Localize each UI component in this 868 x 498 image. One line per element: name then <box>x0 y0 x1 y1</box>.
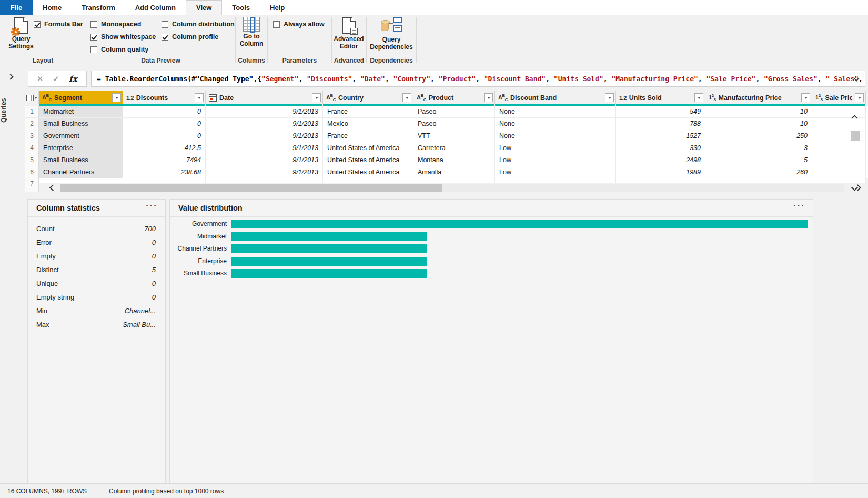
filter-dropdown-icon[interactable] <box>801 93 810 102</box>
cell-units-sold[interactable]: 1527 <box>616 130 705 142</box>
row-number[interactable]: 2 <box>25 118 39 130</box>
scroll-up-icon[interactable] <box>851 115 858 122</box>
filter-dropdown-icon[interactable] <box>402 93 411 102</box>
horizontal-scrollbar[interactable] <box>43 183 864 193</box>
panel-menu-icon[interactable]: ··· <box>146 201 158 211</box>
cell-date[interactable]: 9/1/2013 <box>206 106 323 118</box>
column-header-sale-price[interactable]: 123Sale Price <box>812 91 866 104</box>
tab-add-column[interactable]: Add Column <box>125 0 186 15</box>
cell-discounts[interactable]: 7494 <box>123 154 206 166</box>
queries-pane-label[interactable]: Queries <box>0 89 25 132</box>
cell-country[interactable]: United States of America <box>323 166 413 178</box>
column-header-manufacturing-price[interactable]: 123Manufacturing Price <box>705 91 812 104</box>
row-number[interactable]: 7 <box>25 178 39 192</box>
scroll-down-icon[interactable] <box>851 184 858 191</box>
cancel-formula-icon[interactable]: × <box>37 74 43 83</box>
tab-view[interactable]: View <box>186 0 222 15</box>
cell-date[interactable]: 9/1/2013 <box>206 166 323 178</box>
row-number[interactable]: 4 <box>25 142 39 154</box>
cell-manufacturing-price[interactable]: 3 <box>705 142 812 154</box>
tab-tools[interactable]: Tools <box>222 0 260 15</box>
cell-country[interactable]: France <box>323 130 413 142</box>
cell-date[interactable]: 9/1/2013 <box>206 130 323 142</box>
cell-date[interactable]: 9/1/2013 <box>206 118 323 130</box>
cell-date[interactable]: 9/1/2013 <box>206 142 323 154</box>
bar-midmarket[interactable] <box>231 232 427 241</box>
cell-discount-band[interactable]: None <box>495 106 616 118</box>
column-quality-checkbox[interactable]: Column quality <box>90 45 156 54</box>
cell-discounts[interactable]: 0 <box>123 106 206 118</box>
cell-country[interactable]: United States of America <box>323 142 413 154</box>
cell-units-sold[interactable]: 330 <box>616 142 705 154</box>
column-distribution-checkbox[interactable]: Column distribution <box>162 20 235 28</box>
query-dependencies-button[interactable]: Query Dependencies <box>373 17 410 51</box>
cell-units-sold[interactable]: 2498 <box>616 154 705 166</box>
filter-dropdown-icon[interactable] <box>112 93 121 102</box>
cell-discount-band[interactable]: Low <box>495 154 616 166</box>
hscroll-thumb[interactable] <box>60 184 442 192</box>
cell-product[interactable]: VTT <box>413 130 495 142</box>
expand-queries-icon[interactable] <box>7 74 13 79</box>
column-header-discounts[interactable]: 1.2Discounts <box>123 91 206 104</box>
vscroll-thumb[interactable] <box>851 131 860 141</box>
cell-discounts[interactable]: 0 <box>123 130 206 142</box>
cell-units-sold[interactable]: 549 <box>616 106 705 118</box>
cell-discount-band[interactable]: None <box>495 130 616 142</box>
cell-units-sold[interactable]: 788 <box>616 118 705 130</box>
column-header-discount-band[interactable]: ABCDiscount Band <box>495 91 616 104</box>
cell-manufacturing-price[interactable]: 10 <box>705 118 812 130</box>
show-whitespace-checkbox[interactable]: Show whitespace <box>90 33 156 41</box>
cell-product[interactable]: Paseo <box>413 106 495 118</box>
column-header-segment[interactable]: ABCSegment <box>39 91 123 104</box>
column-profile-checkbox[interactable]: Column profile <box>162 33 235 41</box>
always-allow-checkbox[interactable]: Always allow <box>273 20 325 28</box>
cell-segment[interactable]: Channel Partners <box>39 166 123 178</box>
cell-manufacturing-price[interactable]: 250 <box>705 130 812 142</box>
cell-segment[interactable]: Enterprise <box>39 142 123 154</box>
cell-discount-band[interactable]: Low <box>495 166 616 178</box>
cell-units-sold[interactable]: 1989 <box>616 166 705 178</box>
row-number[interactable]: 1 <box>25 106 39 118</box>
cell-manufacturing-price[interactable]: 5 <box>705 154 812 166</box>
commit-formula-icon[interactable]: ✓ <box>53 74 59 84</box>
filter-dropdown-icon[interactable] <box>312 93 321 102</box>
monospaced-checkbox[interactable]: Monospaced <box>90 20 156 28</box>
row-number[interactable]: 5 <box>25 154 39 166</box>
cell-country[interactable]: Mexico <box>323 118 413 130</box>
cell-manufacturing-price[interactable]: 260 <box>705 166 812 178</box>
filter-dropdown-icon[interactable] <box>195 93 204 102</box>
cell-product[interactable]: Carretera <box>413 142 495 154</box>
filter-dropdown-icon[interactable] <box>484 93 493 102</box>
filter-dropdown-icon[interactable] <box>605 93 614 102</box>
cell-product[interactable]: Paseo <box>413 118 495 130</box>
panel-menu-icon[interactable]: ··· <box>793 201 805 211</box>
cell-product[interactable]: Montana <box>413 154 495 166</box>
cell-segment[interactable]: Midmarket <box>39 106 123 118</box>
column-header-units-sold[interactable]: 1.2Units Sold <box>616 91 705 104</box>
column-header-country[interactable]: ABCCountry <box>323 91 413 104</box>
select-all-corner[interactable] <box>25 91 39 104</box>
cell-discounts[interactable]: 238.68 <box>123 166 206 178</box>
tab-help[interactable]: Help <box>260 0 295 15</box>
cell-segment[interactable]: Small Business <box>39 154 123 166</box>
advanced-editor-button[interactable]: Advanced Editor <box>330 17 367 51</box>
cell-segment[interactable]: Small Business <box>39 118 123 130</box>
vertical-scrollbar[interactable] <box>849 108 862 193</box>
cell-discount-band[interactable]: Low <box>495 142 616 154</box>
cell-date[interactable]: 9/1/2013 <box>206 154 323 166</box>
cell-discounts[interactable]: 0 <box>123 118 206 130</box>
tab-transform[interactable]: Transform <box>72 0 125 15</box>
row-number[interactable]: 3 <box>25 130 39 142</box>
formula-input[interactable]: = Table.ReorderColumns(#"Changed Type",{… <box>91 71 865 87</box>
bar-small-business[interactable] <box>231 269 427 278</box>
filter-dropdown-icon[interactable] <box>855 93 864 102</box>
go-to-column-button[interactable]: Go to Column <box>233 17 270 48</box>
bar-channel-partners[interactable] <box>231 244 427 253</box>
bar-enterprise[interactable] <box>231 257 427 266</box>
cell-product[interactable]: Amarilla <box>413 166 495 178</box>
formula-bar-checkbox[interactable]: Formula Bar <box>34 20 83 28</box>
row-number[interactable]: 6 <box>25 166 39 178</box>
bar-government[interactable] <box>231 220 808 228</box>
cell-segment[interactable]: Government <box>39 130 123 142</box>
filter-dropdown-icon[interactable] <box>694 93 703 102</box>
